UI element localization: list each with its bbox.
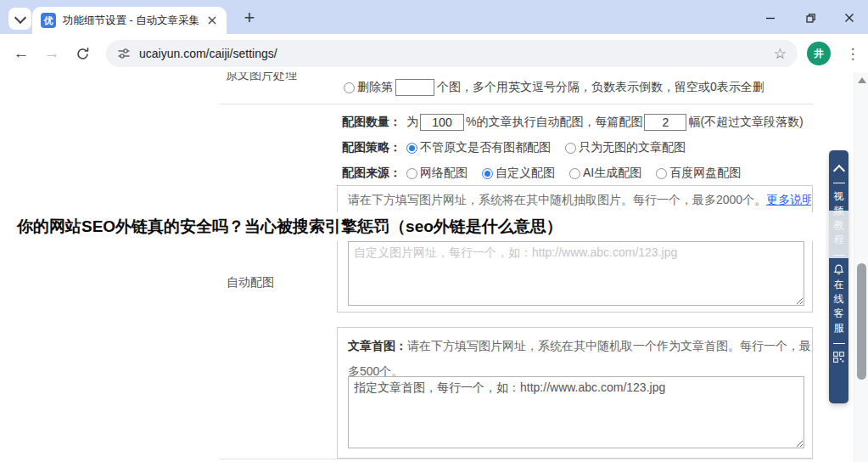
bookmark-star-icon[interactable]: ☆: [774, 47, 787, 61]
tab-search-button[interactable]: [8, 8, 31, 30]
radio-icon[interactable]: [656, 168, 667, 179]
minimize-icon: [765, 13, 776, 23]
seo-overlay-band: 你的网站SEO外链真的安全吗？当心被搜索引擎惩罚（seo外链是什么意思）: [0, 212, 816, 241]
row-divider: [220, 459, 813, 459]
back-button[interactable]: ←: [10, 42, 32, 65]
strategy-option-no-image-label: 只为无图的文章配图: [579, 140, 686, 155]
customer-service-button[interactable]: 在线客服: [832, 278, 845, 335]
scrollbar-track[interactable]: [854, 72, 868, 462]
chevron-up-icon[interactable]: [832, 165, 844, 177]
side-widget: 视频教程 在线客服: [829, 150, 848, 403]
custom-image-urls-textarea[interactable]: [348, 241, 804, 306]
window-restore-button[interactable]: [799, 7, 821, 29]
source-option-custom[interactable]: 自定义配图: [482, 166, 555, 181]
source-option-network[interactable]: 网络配图: [406, 166, 468, 181]
tab-bar: 优 功能细节设置 - 自动文章采集器 +: [0, 0, 868, 34]
first-image-instruction-text: 请在下方填写图片网址，系统在其中随机取一个作为文章首图。每行一个，最多500个。: [348, 339, 811, 378]
widget-fade-overlay: [829, 211, 848, 258]
strategy-option-all-label: 不管原文是否有图都配图: [420, 140, 551, 155]
window-minimize-button[interactable]: [759, 7, 781, 29]
image-strategy-row: 配图策略： 不管原文是否有图都配图 只为无图的文章配图: [342, 138, 700, 158]
radio-checked-icon[interactable]: [482, 168, 493, 179]
new-tab-button[interactable]: +: [238, 7, 260, 29]
tab-active[interactable]: 优 功能细节设置 - 自动文章采集器: [32, 7, 227, 34]
site-favicon: 优: [41, 13, 56, 28]
per-article-count-input[interactable]: [644, 114, 686, 131]
window-close-button[interactable]: [838, 7, 860, 29]
count-text-after: 幅(不超过文章段落数): [688, 115, 803, 130]
seo-overlay-text: 你的网站SEO外链真的安全吗？当心被搜索引擎惩罚（seo外链是什么意思）: [17, 212, 816, 241]
strategy-option-all[interactable]: 不管原文是否有图都配图: [406, 140, 551, 155]
count-text-middle: %的文章执行自动配图，每篇配图: [466, 115, 642, 130]
row-divider: [220, 104, 813, 104]
radio-icon[interactable]: [569, 168, 580, 179]
tab-title: 功能细节设置 - 自动文章采集器: [63, 14, 199, 28]
radio-checked-icon[interactable]: [406, 143, 417, 154]
first-image-box: 文章首图：请在下方填写图片网址，系统在其中随机取一个作为文章首图。每行一个，最多…: [337, 327, 813, 459]
source-option-network-label: 网络配图: [420, 166, 468, 181]
forward-button[interactable]: →: [41, 42, 63, 65]
source-option-ai-label: AI生成配图: [583, 166, 641, 181]
scrollbar-thumb[interactable]: [857, 263, 866, 380]
address-bar[interactable]: ucaiyun.com/caiji/settings/ ☆: [106, 40, 798, 67]
delete-nth-text-before: 删除第: [357, 80, 393, 95]
reload-icon: [76, 47, 90, 61]
tune-icon[interactable]: [117, 47, 131, 60]
widget-divider: [833, 343, 845, 344]
source-option-custom-label: 自定义配图: [496, 166, 555, 181]
count-text-before: 为: [406, 115, 418, 130]
delete-nth-input[interactable]: [395, 79, 434, 96]
percent-input[interactable]: [420, 114, 464, 131]
radio-icon[interactable]: [406, 168, 417, 179]
more-info-link[interactable]: 更多说明: [766, 193, 811, 206]
row-label-auto-image: 自动配图: [227, 275, 274, 290]
qr-code-icon[interactable]: [833, 352, 844, 363]
close-icon: [208, 16, 216, 25]
bell-icon: [832, 263, 845, 276]
custom-image-box: 请在下方填写图片网址，系统将在其中随机抽取图片。每行一个，最多2000个。更多说…: [337, 185, 813, 313]
row-label-original-image: 原文图片处理: [226, 72, 297, 83]
image-strategy-label: 配图策略：: [342, 140, 401, 155]
profile-avatar[interactable]: 井: [807, 42, 831, 65]
reload-button[interactable]: [71, 42, 93, 65]
browser-window: 优 功能细节设置 - 自动文章采集器 +: [0, 0, 868, 462]
tab-close-button[interactable]: [205, 14, 219, 27]
radio-delete-nth-image[interactable]: [344, 82, 355, 93]
scrollbar-up-arrow[interactable]: [858, 77, 866, 83]
page-content: 原文图片处理 删除第 个图，多个用英文逗号分隔，负数表示倒数，留空或0表示全删 …: [0, 72, 868, 462]
delete-nth-text-after: 个图，多个用英文逗号分隔，负数表示倒数，留空或0表示全删: [437, 80, 764, 95]
chevron-down-icon: [14, 11, 25, 23]
url-text[interactable]: ucaiyun.com/caiji/settings/: [139, 47, 277, 60]
custom-image-instruction: 请在下方填写图片网址，系统将在其中随机抽取图片。每行一个，最多2000个。更多说…: [348, 193, 811, 208]
custom-image-instruction-text: 请在下方填写图片网址，系统将在其中随机抽取图片。每行一个，最多2000个。: [348, 193, 766, 206]
close-icon: [844, 13, 854, 23]
source-option-ai[interactable]: AI生成配图: [569, 166, 641, 181]
image-count-row: 配图数量： 为 %的文章执行自动配图，每篇配图 幅(不超过文章段落数): [342, 112, 804, 132]
first-image-label: 文章首图：: [348, 339, 407, 352]
restore-icon: [805, 13, 816, 24]
image-source-label: 配图来源：: [342, 166, 401, 181]
widget-divider: [833, 183, 845, 183]
image-count-label: 配图数量：: [342, 115, 401, 130]
radio-icon[interactable]: [565, 143, 576, 154]
first-image-urls-textarea[interactable]: 指定文章首图，每行一个，如：http://www.abc.com/123.jpg: [348, 376, 804, 448]
strategy-option-no-image[interactable]: 只为无图的文章配图: [565, 140, 686, 155]
browser-menu-button[interactable]: ⋮: [843, 42, 862, 65]
source-option-baidu-pan-label: 百度网盘配图: [669, 166, 741, 181]
image-source-row: 配图来源： 网络配图 自定义配图 AI生成配图 百度网盘配图: [342, 163, 755, 183]
source-option-baidu-pan[interactable]: 百度网盘配图: [656, 166, 741, 181]
original-image-row: 删除第 个图，多个用英文逗号分隔，负数表示倒数，留空或0表示全删: [344, 79, 764, 96]
